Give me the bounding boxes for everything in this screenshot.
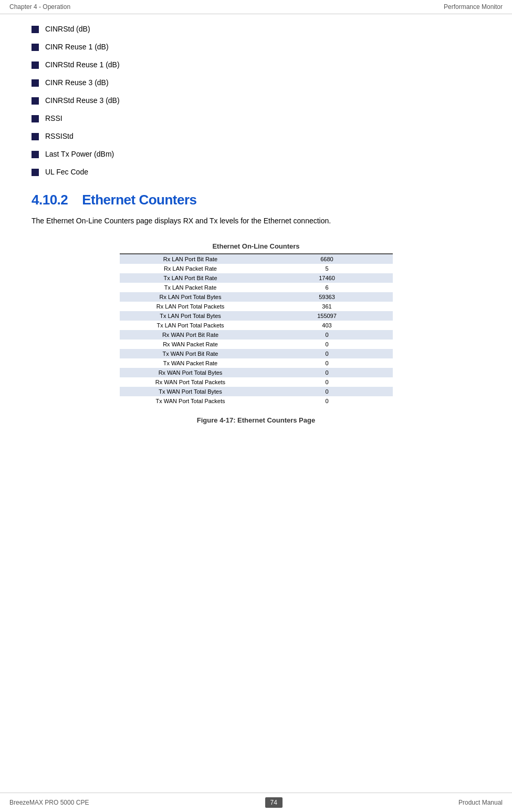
- footer-page: 74: [265, 797, 283, 808]
- table-row: Rx LAN Packet Rate5: [120, 264, 393, 273]
- header-left: Chapter 4 - Operation: [9, 3, 70, 11]
- footer-right: Product Manual: [458, 799, 503, 806]
- section-description: The Ethernet On-Line Counters page displ…: [32, 215, 480, 227]
- bullet-text: CINRStd Reuse 3 (dB): [45, 96, 120, 105]
- main-content: CINRStd (dB)CINR Reuse 1 (dB)CINRStd Reu…: [0, 14, 512, 482]
- table-cell-label: Rx LAN Port Total Packets: [120, 302, 262, 311]
- bullet-item: UL Fec Code: [32, 168, 480, 176]
- bullet-item: CINRStd Reuse 1 (dB): [32, 60, 480, 69]
- table-cell-value: 6: [262, 283, 393, 292]
- table-cell-label: Rx WAN Port Bit Rate: [120, 330, 262, 340]
- table-cell-label: Rx LAN Port Total Bytes: [120, 292, 262, 302]
- table-row: Tx WAN Port Total Bytes0: [120, 387, 393, 396]
- table-cell-label: Tx LAN Port Bit Rate: [120, 273, 262, 283]
- table-row: Tx LAN Port Bit Rate17460: [120, 273, 393, 283]
- table-cell-label: Tx LAN Port Total Bytes: [120, 311, 262, 321]
- bullet-text: RSSIStd: [45, 132, 74, 140]
- table-cell-label: Rx WAN Port Total Bytes: [120, 368, 262, 377]
- bullet-square-icon: [32, 169, 39, 176]
- table-row: Tx LAN Packet Rate6: [120, 283, 393, 292]
- page-header: Chapter 4 - Operation Performance Monito…: [0, 0, 512, 14]
- bullet-item: CINR Reuse 3 (dB): [32, 78, 480, 87]
- table-cell-value: 17460: [262, 273, 393, 283]
- bullet-square-icon: [32, 97, 39, 105]
- section-number: 4.10.2: [32, 192, 68, 208]
- bullet-square-icon: [32, 44, 39, 51]
- table-row: Rx WAN Packet Rate0: [120, 340, 393, 349]
- table-row: Rx WAN Port Total Bytes0: [120, 368, 393, 377]
- table-cell-label: Tx WAN Packet Rate: [120, 358, 262, 368]
- table-cell-value: 0: [262, 368, 393, 377]
- table-row: Tx WAN Port Bit Rate0: [120, 349, 393, 358]
- table-cell-value: 0: [262, 358, 393, 368]
- page-footer: BreezeMAX PRO 5000 CPE 74 Product Manual: [0, 793, 512, 812]
- table-cell-value: 0: [262, 340, 393, 349]
- table-cell-value: 59363: [262, 292, 393, 302]
- bullet-square-icon: [32, 79, 39, 87]
- table-cell-label: Rx LAN Packet Rate: [120, 264, 262, 273]
- bullet-item: CINRStd Reuse 3 (dB): [32, 96, 480, 105]
- table-cell-value: 0: [262, 330, 393, 340]
- table-cell-value: 0: [262, 377, 393, 387]
- bullet-square-icon: [32, 133, 39, 140]
- table-cell-label: Tx LAN Port Total Packets: [120, 321, 262, 330]
- bullet-square-icon: [32, 26, 39, 33]
- table-row: Rx WAN Port Bit Rate0: [120, 330, 393, 340]
- table-cell-value: 155097: [262, 311, 393, 321]
- bullet-text: CINRStd (dB): [45, 25, 90, 33]
- bullet-text: CINRStd Reuse 1 (dB): [45, 60, 120, 69]
- bullet-list: CINRStd (dB)CINR Reuse 1 (dB)CINRStd Reu…: [32, 25, 480, 176]
- table-row: Rx LAN Port Total Packets361: [120, 302, 393, 311]
- table-cell-label: Tx LAN Packet Rate: [120, 283, 262, 292]
- table-cell-value: 0: [262, 387, 393, 396]
- section-title: Ethernet Counters: [82, 192, 196, 208]
- table-row: Tx LAN Port Total Packets403: [120, 321, 393, 330]
- bullet-item: CINR Reuse 1 (dB): [32, 43, 480, 51]
- bullet-text: UL Fec Code: [45, 168, 88, 176]
- bullet-text: CINR Reuse 3 (dB): [45, 78, 109, 87]
- table-row: Rx WAN Port Total Packets0: [120, 377, 393, 387]
- figure-caption: Figure 4-17: Ethernet Counters Page: [32, 416, 480, 424]
- bullet-square-icon: [32, 61, 39, 69]
- table-container: Ethernet On-Line Counters Rx LAN Port Bi…: [32, 242, 480, 406]
- table-title: Ethernet On-Line Counters: [212, 242, 299, 250]
- table-row: Tx LAN Port Total Bytes155097: [120, 311, 393, 321]
- table-row: Tx WAN Port Total Packets0: [120, 396, 393, 406]
- table-row: Tx WAN Packet Rate0: [120, 358, 393, 368]
- header-right: Performance Monitor: [444, 3, 503, 11]
- bullet-square-icon: [32, 115, 39, 122]
- bullet-item: Last Tx Power (dBm): [32, 150, 480, 158]
- table-cell-label: Rx WAN Port Total Packets: [120, 377, 262, 387]
- table-cell-value: 5: [262, 264, 393, 273]
- table-cell-value: 6680: [262, 254, 393, 264]
- table-cell-label: Tx WAN Port Bit Rate: [120, 349, 262, 358]
- section-heading: 4.10.2 Ethernet Counters: [32, 192, 480, 208]
- table-cell-label: Tx WAN Port Total Packets: [120, 396, 262, 406]
- bullet-item: RSSI: [32, 114, 480, 122]
- table-cell-value: 361: [262, 302, 393, 311]
- bullet-item: CINRStd (dB): [32, 25, 480, 33]
- table-cell-label: Tx WAN Port Total Bytes: [120, 387, 262, 396]
- footer-left: BreezeMAX PRO 5000 CPE: [9, 799, 89, 806]
- table-cell-label: Rx LAN Port Bit Rate: [120, 254, 262, 264]
- bullet-text: RSSI: [45, 114, 62, 122]
- table-row: Rx LAN Port Bit Rate6680: [120, 254, 393, 264]
- ethernet-counters-table: Rx LAN Port Bit Rate6680Rx LAN Packet Ra…: [120, 253, 393, 406]
- table-cell-value: 0: [262, 349, 393, 358]
- table-cell-value: 0: [262, 396, 393, 406]
- table-row: Rx LAN Port Total Bytes59363: [120, 292, 393, 302]
- bullet-square-icon: [32, 151, 39, 158]
- table-cell-label: Rx WAN Packet Rate: [120, 340, 262, 349]
- table-cell-value: 403: [262, 321, 393, 330]
- bullet-text: Last Tx Power (dBm): [45, 150, 114, 158]
- bullet-item: RSSIStd: [32, 132, 480, 140]
- bullet-text: CINR Reuse 1 (dB): [45, 43, 109, 51]
